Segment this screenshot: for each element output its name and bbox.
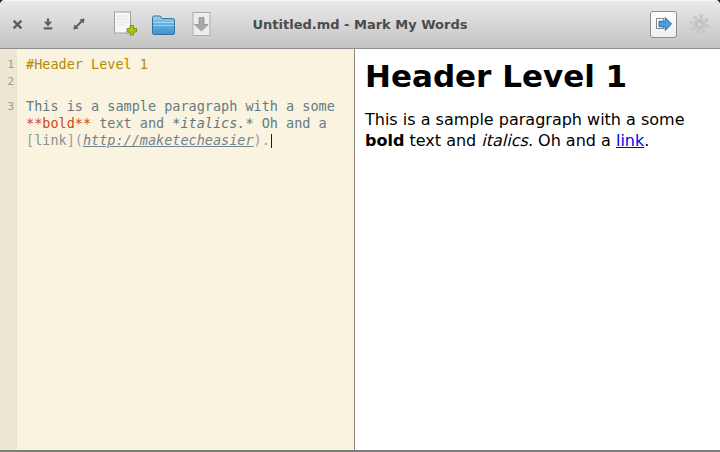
close-icon — [11, 18, 24, 31]
preview-text: text and — [404, 131, 481, 150]
editor-paragraph-line-2: **bold** text and *italics.* Oh and a — [17, 115, 327, 132]
link-label-markup: link — [34, 132, 67, 148]
line-number-blank — [0, 115, 17, 132]
editor-paragraph-line-3: [link](http://maketecheasier). — [17, 132, 272, 149]
link-open-bracket: [ — [26, 132, 34, 148]
preview-italic-text: italics — [481, 131, 528, 150]
editor-empty-line — [17, 73, 26, 90]
save-icon — [190, 11, 213, 38]
line-number-1: 1 — [0, 56, 17, 73]
window-controls — [11, 17, 86, 31]
line-number-blank — [0, 132, 17, 149]
editor-row-5: [link](http://maketecheasier). — [0, 132, 354, 149]
plain-text: Oh and a — [254, 115, 327, 131]
link-url-markup: http://maketecheasier — [83, 132, 254, 148]
link-close-paren: ). — [254, 132, 270, 148]
preview-link[interactable]: link — [616, 131, 644, 150]
export-button[interactable] — [650, 11, 677, 38]
preview-paragraph: This is a sample paragraph with a some b… — [365, 109, 697, 151]
editor-row-3: 3This is a sample paragraph with a some — [0, 98, 354, 115]
minimize-icon — [41, 17, 55, 31]
plain-text: text and — [91, 115, 172, 131]
titlebar-actions — [650, 11, 711, 38]
text-cursor — [271, 134, 272, 148]
editor-row-4: **bold** text and *italics.* Oh and a — [0, 115, 354, 132]
line-number-2: 2 — [0, 73, 17, 90]
editor-paragraph-line-1: This is a sample paragraph with a some — [17, 98, 335, 115]
minimize-button[interactable] — [41, 17, 55, 31]
toolbar — [112, 11, 213, 38]
preview-bold-text: bold — [365, 131, 404, 150]
preview-text: This is a sample paragraph with a some — [365, 110, 685, 129]
save-button[interactable] — [190, 11, 213, 38]
link-close-bracket: ]( — [67, 132, 83, 148]
close-button[interactable] — [11, 18, 24, 31]
line-number-3: 3 — [0, 98, 17, 115]
bold-markup: **bold** — [26, 115, 91, 131]
new-document-icon — [112, 11, 137, 38]
preview-text: . — [644, 131, 649, 150]
window-title: Untitled.md - Mark My Words — [0, 0, 720, 48]
markdown-editor[interactable]: 1#Header Level 1 2 3This is a sample par… — [0, 49, 355, 450]
editor-content: 1#Header Level 1 2 3This is a sample par… — [0, 49, 354, 149]
maximize-button[interactable] — [72, 17, 86, 31]
open-file-button[interactable] — [151, 13, 176, 35]
folder-open-icon — [151, 13, 176, 35]
titlebar: Untitled.md - Mark My Words — [0, 0, 720, 49]
editor-row-2: 2 — [0, 73, 354, 90]
app-window: Untitled.md - Mark My Words — [0, 0, 720, 452]
maximize-icon — [72, 17, 86, 31]
preview-heading: Header Level 1 — [365, 59, 706, 95]
export-arrow-icon — [655, 16, 673, 32]
settings-button[interactable] — [688, 13, 711, 36]
italic-markup: *italics.* — [172, 115, 253, 131]
preview-text: . Oh and a — [528, 131, 616, 150]
editor-header-line: #Header Level 1 — [17, 56, 148, 73]
gear-icon — [688, 13, 711, 36]
editor-row-1: 1#Header Level 1 — [0, 56, 354, 73]
new-document-button[interactable] — [112, 11, 137, 38]
markdown-preview: Header Level 1 This is a sample paragrap… — [355, 49, 720, 450]
split-view: 1#Header Level 1 2 3This is a sample par… — [0, 49, 720, 450]
